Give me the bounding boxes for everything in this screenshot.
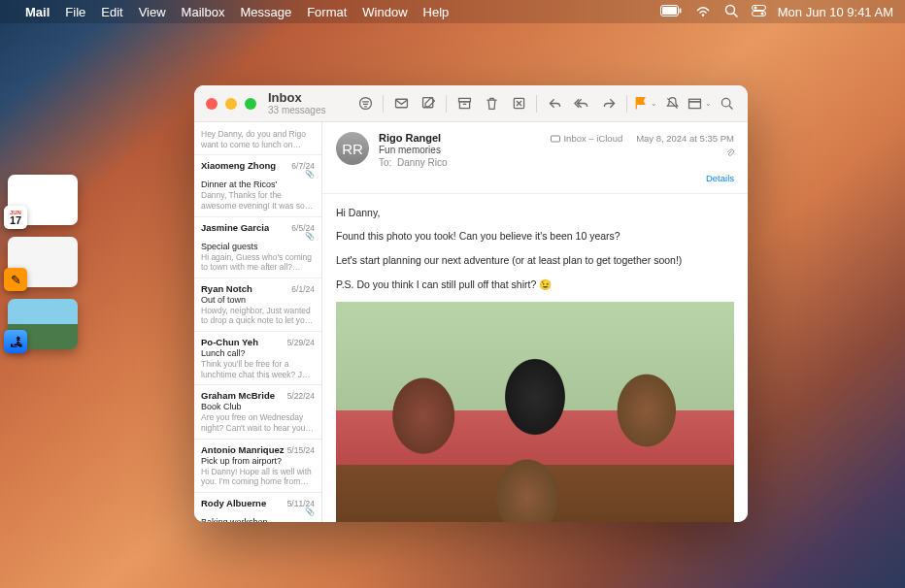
- body-line: P.S. Do you think I can still pull off t…: [336, 278, 734, 293]
- subject: Out of town: [201, 295, 315, 305]
- wifi-icon[interactable]: [695, 5, 711, 19]
- menu-view[interactable]: View: [139, 5, 166, 19]
- junk-button[interactable]: [505, 91, 532, 116]
- preview: Danny, Thanks for the awesome evening! I…: [201, 190, 315, 211]
- timestamp: May 8, 2024 at 5:35 PM: [636, 132, 734, 145]
- message-item[interactable]: Hey Danny, do you and Rigo want to come …: [194, 122, 321, 155]
- message-item[interactable]: Ryan Notch6/1/24Out of townHowdy, neighb…: [194, 278, 321, 332]
- date: 5/15/24: [287, 445, 315, 455]
- mail-window: Inbox 33 messages ⌄ ⌄ Hey Danny, do you …: [194, 85, 748, 522]
- attachment-icon: [725, 148, 734, 157]
- details-link[interactable]: Details: [551, 172, 734, 184]
- window-subtitle: 33 messages: [268, 105, 325, 115]
- svg-rect-19: [552, 136, 560, 142]
- menubar: Mail File Edit View Mailbox Message Form…: [0, 0, 905, 23]
- battery-icon[interactable]: [660, 5, 682, 19]
- from-name: Rigo Rangel: [379, 132, 541, 144]
- control-center-icon[interactable]: [752, 5, 766, 19]
- preview: Hi again, Guess who's coming to town wit…: [201, 252, 315, 273]
- flag-button[interactable]: ⌄: [631, 91, 658, 116]
- menu-window[interactable]: Window: [362, 5, 407, 19]
- stage-manager-stack: JUN17 ✎ 🏞: [8, 175, 78, 349]
- message-item[interactable]: Graham McBride5/22/24Book ClubAre you fr…: [194, 385, 321, 439]
- calendar-app-icon: JUN17: [4, 206, 27, 229]
- menu-help[interactable]: Help: [423, 5, 450, 19]
- message-item[interactable]: Rody Albuerne5/11/24📎Baking workshopHell…: [194, 493, 321, 522]
- preview: Howdy, neighbor, Just wanted to drop a q…: [201, 306, 315, 326]
- reply-all-button[interactable]: [568, 91, 595, 116]
- subject: Pick up from airport?: [201, 456, 315, 466]
- svg-point-8: [754, 6, 756, 9]
- window-title-text: Inbox: [268, 91, 325, 105]
- forward-button[interactable]: [595, 91, 622, 116]
- to-line: To: Danny Rico: [379, 157, 541, 168]
- clock[interactable]: Mon Jun 10 9:41 AM: [778, 5, 893, 19]
- preview: Hi Danny! Hope all is well with you. I'm…: [201, 467, 315, 487]
- menu-edit[interactable]: Edit: [101, 5, 122, 19]
- spotlight-icon[interactable]: [724, 4, 738, 20]
- stage-thumb-document[interactable]: ✎: [8, 237, 78, 287]
- sender: Xiaomeng Zhong: [201, 160, 276, 171]
- message-item[interactable]: Antonio Manriquez5/15/24Pick up from air…: [194, 440, 321, 493]
- app-name[interactable]: Mail: [25, 5, 50, 19]
- menu-message[interactable]: Message: [240, 5, 291, 19]
- svg-point-3: [702, 14, 704, 16]
- window-title: Inbox 33 messages: [268, 91, 325, 115]
- subject: Lunch call?: [201, 348, 315, 358]
- menu-file[interactable]: File: [65, 5, 85, 19]
- message-item[interactable]: Jasmine Garcia6/5/24📎Special guestsHi ag…: [194, 217, 321, 278]
- date: 6/1/24: [291, 284, 315, 294]
- move-button[interactable]: ⌄: [686, 91, 713, 116]
- filter-button[interactable]: [352, 91, 379, 116]
- preview: Think you'll be free for a lunchtime cha…: [201, 359, 315, 379]
- chevron-down-icon: ⌄: [651, 99, 657, 108]
- sender: Antonio Manriquez: [201, 444, 285, 455]
- message-body: Hi Danny, Found this photo you took! Can…: [322, 194, 748, 522]
- new-message-button[interactable]: [387, 91, 415, 116]
- pages-app-icon: ✎: [4, 268, 27, 291]
- message-list[interactable]: Hey Danny, do you and Rigo want to come …: [194, 122, 322, 522]
- attachment-icon: 📎: [305, 170, 315, 179]
- preview: Hey Danny, do you and Rigo want to come …: [201, 129, 315, 149]
- minimize-button[interactable]: [225, 98, 237, 110]
- folder-label: Inbox – iCloud May 8, 2024 at 5:35 PM: [551, 132, 734, 145]
- menu-mailbox[interactable]: Mailbox: [182, 5, 225, 19]
- reply-button[interactable]: [541, 91, 568, 116]
- message-header: RR Rigo Rangel Fun memories To: Danny Ri…: [322, 122, 748, 194]
- subject: Baking workshop: [201, 517, 315, 522]
- sender: Po-Chun Yeh: [201, 337, 258, 347]
- search-button[interactable]: [713, 91, 740, 116]
- compose-button[interactable]: [415, 91, 442, 116]
- attachment-icon: 📎: [305, 507, 315, 516]
- archive-button[interactable]: [451, 91, 478, 116]
- message-item[interactable]: Xiaomeng Zhong6/7/24📎Dinner at the Ricos…: [194, 155, 321, 216]
- sender: Graham McBride: [201, 390, 275, 401]
- message-item[interactable]: Po-Chun Yeh5/29/24Lunch call?Think you'l…: [194, 332, 321, 385]
- mute-button[interactable]: [658, 91, 686, 116]
- svg-rect-1: [662, 7, 677, 15]
- subject: Book Club: [201, 402, 315, 411]
- sender: Ryan Notch: [201, 283, 252, 294]
- attached-photo[interactable]: [336, 302, 734, 522]
- svg-rect-12: [422, 98, 432, 108]
- subject: Dinner at the Ricos': [201, 180, 315, 189]
- titlebar[interactable]: Inbox 33 messages ⌄ ⌄: [194, 85, 748, 122]
- sender: Jasmine Garcia: [201, 222, 269, 233]
- stage-thumb-calendar[interactable]: JUN17: [8, 175, 78, 225]
- delete-button[interactable]: [478, 91, 505, 116]
- avatar: RR: [336, 132, 369, 165]
- attachment-icon: 📎: [305, 232, 315, 241]
- body-line: Found this photo you took! Can you belie…: [336, 229, 734, 245]
- preview-app-icon: 🏞: [4, 330, 27, 353]
- close-button[interactable]: [206, 98, 218, 110]
- menu-format[interactable]: Format: [307, 5, 347, 19]
- svg-rect-14: [459, 102, 469, 109]
- svg-rect-11: [395, 99, 407, 108]
- stage-thumb-photo[interactable]: 🏞: [8, 299, 78, 349]
- svg-rect-2: [679, 8, 681, 13]
- toolbar: ⌄ ⌄: [352, 91, 740, 116]
- date: 5/29/24: [287, 338, 315, 347]
- maximize-button[interactable]: [245, 98, 256, 110]
- message-reader: RR Rigo Rangel Fun memories To: Danny Ri…: [322, 122, 748, 522]
- body-line: Hi Danny,: [336, 206, 734, 221]
